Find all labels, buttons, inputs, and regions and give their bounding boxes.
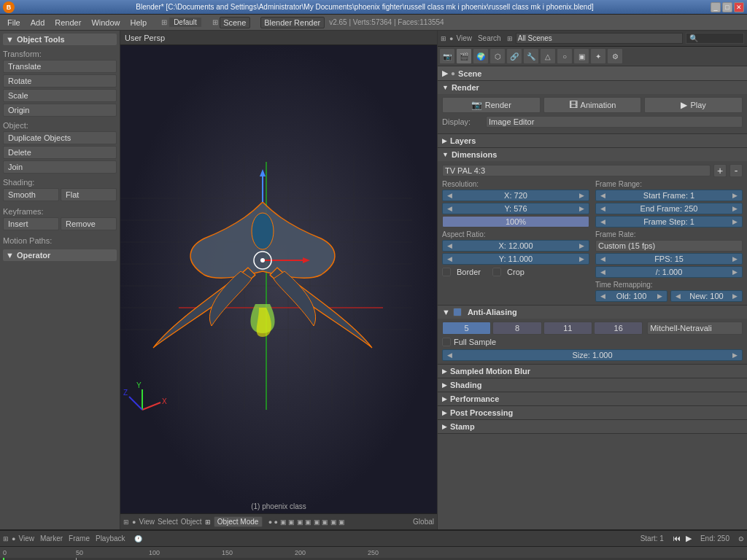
resolution-x-slider[interactable]: ◀ X: 720 ▶ xyxy=(442,190,589,201)
render-button[interactable]: 📷 Render xyxy=(442,97,541,113)
flat-button[interactable]: Flat xyxy=(61,188,117,201)
smooth-button[interactable]: Smooth xyxy=(3,188,59,201)
aa-filter-selector[interactable]: Mitchell-Netravali xyxy=(647,322,743,335)
menu-add[interactable]: Add xyxy=(26,17,50,28)
modifiers-icon[interactable]: 🔧 xyxy=(523,48,539,64)
duplicate-objects-button[interactable]: Duplicate Objects xyxy=(3,131,117,144)
display-selector[interactable]: Image Editor xyxy=(486,116,743,128)
view-timeline-btn[interactable]: View xyxy=(18,534,34,542)
aa-tab-11[interactable]: 11 xyxy=(543,322,592,335)
aa-tab-16[interactable]: 16 xyxy=(594,322,643,335)
remove-keyframe-button[interactable]: Remove xyxy=(61,217,117,230)
stamp-section-header[interactable]: ▶ Stamp xyxy=(438,420,747,433)
end-frame-slider[interactable]: ◀ End Frame: 250 ▶ xyxy=(595,203,743,214)
view-tab[interactable]: View xyxy=(456,34,472,42)
translate-button[interactable]: Translate xyxy=(3,60,117,73)
resolution-y-slider[interactable]: ◀ Y: 576 ▶ xyxy=(442,203,589,214)
ef-left-arrow-icon: ◀ xyxy=(600,205,605,212)
start-frame-slider[interactable]: ◀ Start Frame: 1 ▶ xyxy=(595,190,743,201)
data-icon[interactable]: △ xyxy=(540,48,556,64)
view-menu-btn[interactable]: View xyxy=(139,518,155,526)
performance-section-header[interactable]: ▶ Performance xyxy=(438,392,747,405)
aspect-y-slider[interactable]: ◀ Y: 11.000 ▶ xyxy=(442,253,589,265)
viewport-canvas[interactable]: X Y Z (1) phoenix class xyxy=(120,45,437,513)
frame-btn[interactable]: Frame xyxy=(69,534,90,542)
viewport[interactable]: User Persp xyxy=(120,31,437,529)
search-input[interactable] xyxy=(686,33,744,44)
menu-help[interactable]: Help xyxy=(126,17,152,28)
object-props-icon[interactable]: ⬡ xyxy=(489,48,506,64)
object-menu-btn[interactable]: Object xyxy=(181,518,202,526)
timeline-content[interactable]: 0 50 100 150 200 250 xyxy=(0,547,747,560)
animation-button[interactable]: 🎞 Animation xyxy=(543,97,642,113)
aa-section-header[interactable]: ▼ Anti-Aliasing xyxy=(438,306,747,319)
preset-selector[interactable]: TV PAL 4:3 xyxy=(442,165,711,176)
scene-selector[interactable]: Scene xyxy=(220,17,250,28)
old-remap-slider[interactable]: ◀ Old: 100 ▶ xyxy=(595,290,667,302)
menu-file[interactable]: File xyxy=(3,17,25,28)
world-props-icon[interactable]: 🌍 xyxy=(473,48,489,64)
menu-render[interactable]: Render xyxy=(50,17,85,28)
playback-btn[interactable]: Playback xyxy=(96,534,125,542)
all-scenes-selector[interactable]: All Scenes xyxy=(516,33,683,44)
insert-keyframe-button[interactable]: Insert xyxy=(3,217,59,230)
physics-icon[interactable]: ⚙ xyxy=(607,48,623,64)
menu-window[interactable]: Window xyxy=(87,17,124,28)
prev-frame-btn[interactable]: ⏮ xyxy=(673,534,681,542)
frame-step-slider[interactable]: ◀ Frame Step: 1 ▶ xyxy=(595,216,743,228)
border-checkbox[interactable] xyxy=(442,268,451,276)
constraints-icon[interactable]: 🔗 xyxy=(506,48,522,64)
aa-enabled-checkbox[interactable] xyxy=(453,308,462,316)
play-btn[interactable]: ▶ xyxy=(686,534,692,542)
new-right-icon: ▶ xyxy=(732,292,738,300)
select-menu-btn[interactable]: Select xyxy=(158,518,178,526)
render-section-header[interactable]: ▼ Render xyxy=(438,81,747,94)
fps-ratio-left-icon: ◀ xyxy=(600,268,605,276)
delete-button[interactable]: Delete xyxy=(3,146,117,159)
fps-ratio-slider[interactable]: ◀ /: 1.000 ▶ xyxy=(595,266,743,278)
particles-icon[interactable]: ✦ xyxy=(590,48,606,64)
rp-icon: ⊞ xyxy=(441,35,446,42)
viewport-controls: ● ● ▣ ▣ ▣ ▣ ▣ ▣ ▣ ▣ xyxy=(268,518,345,526)
old-remap-value: Old: 100 xyxy=(616,292,647,300)
mode-selector[interactable]: Object Mode xyxy=(214,516,263,527)
remove-preset-button[interactable]: - xyxy=(729,164,743,177)
close-button[interactable]: ✕ xyxy=(734,2,744,12)
render-btn-label: Render xyxy=(485,101,511,109)
rotate-button[interactable]: Rotate xyxy=(3,74,117,88)
new-remap-slider[interactable]: ◀ New: 100 ▶ xyxy=(670,290,743,302)
minimize-button[interactable]: _ xyxy=(711,2,721,12)
engine-selector[interactable]: Blender Render xyxy=(260,17,325,28)
layers-section-label: Layers xyxy=(450,136,476,145)
scene-props-icon[interactable]: 🎬 xyxy=(456,48,472,64)
render-props-icon[interactable]: 📷 xyxy=(439,48,455,64)
asp-x-left-arrow-icon: ◀ xyxy=(447,242,452,249)
origin-button[interactable]: Origin xyxy=(3,104,117,117)
post-processing-section-header[interactable]: ▶ Post Processing xyxy=(438,406,747,419)
play-button[interactable]: ▶ Play xyxy=(644,97,743,113)
texture-icon[interactable]: ▣ xyxy=(573,48,589,64)
material-icon[interactable]: ○ xyxy=(557,48,573,64)
dimensions-section: ▼ Dimensions TV PAL 4:3 + - xyxy=(438,148,747,306)
smb-section-header[interactable]: ▶ Sampled Motion Blur xyxy=(438,365,747,378)
maximize-button[interactable]: □ xyxy=(722,2,732,12)
shading-section-header[interactable]: ▶ Shading xyxy=(438,378,747,392)
crop-checkbox[interactable] xyxy=(492,268,501,276)
percent-100-button[interactable]: 100% xyxy=(442,216,589,228)
aa-tab-5[interactable]: 5 xyxy=(442,322,491,335)
layers-section-header[interactable]: ▶ Layers xyxy=(438,134,747,147)
scale-button[interactable]: Scale xyxy=(3,89,117,102)
dimensions-section-header[interactable]: ▼ Dimensions xyxy=(438,148,747,161)
timeline-sync-icon[interactable]: ⊙ xyxy=(738,535,744,542)
full-sample-checkbox[interactable] xyxy=(442,338,451,346)
aspect-x-slider[interactable]: ◀ X: 12.000 ▶ xyxy=(442,240,589,252)
marker-btn[interactable]: Marker xyxy=(40,534,63,542)
layout-selector[interactable]: Default xyxy=(169,17,202,28)
aa-size-slider[interactable]: ◀ Size: 1.000 ▶ xyxy=(442,349,743,361)
add-preset-button[interactable]: + xyxy=(713,164,727,177)
frame-rate-selector[interactable]: Custom (15 fps) xyxy=(595,240,743,252)
fps-slider[interactable]: ◀ FPS: 15 ▶ xyxy=(595,253,743,265)
join-button[interactable]: Join xyxy=(3,160,117,174)
search-tab[interactable]: Search xyxy=(478,34,501,42)
aa-tab-8[interactable]: 8 xyxy=(492,322,541,335)
